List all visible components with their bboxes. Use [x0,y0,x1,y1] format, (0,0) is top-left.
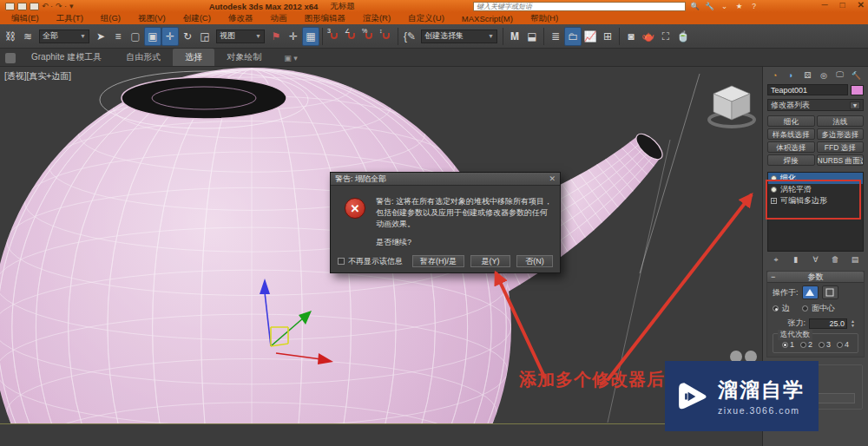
redo-icon[interactable]: ↷ · [56,2,67,10]
window-crossing-icon[interactable]: ▣ [144,27,161,46]
display-tab-icon[interactable]: 🖵 [833,69,846,81]
new-file-icon[interactable] [5,3,15,10]
operate-on-triangle-button[interactable] [802,285,819,299]
help-icon[interactable]: ? [748,2,760,11]
hierarchy-tab-icon[interactable]: ⚄ [801,69,814,81]
material-editor-icon[interactable]: ◙ [622,27,640,46]
binoculars-search-icon[interactable]: 🔍 [689,2,700,11]
select-and-link-icon[interactable]: ⛓ [2,27,19,46]
expand-plus-icon[interactable]: + [771,198,777,204]
modifier-button-weld[interactable]: 焊接 [767,154,815,166]
remove-modifier-icon[interactable]: 🗑 [829,254,841,265]
tab-graphite-modeling[interactable]: Graphite 建模工具 [19,49,114,66]
dont-show-checkbox[interactable] [338,258,345,265]
dialog-title-bar[interactable]: 警告: 塌陷全部 ✕ [331,173,560,186]
parameters-rollout-header[interactable]: − 参数 [767,272,864,283]
iteration-radio-2[interactable]: 2 [800,340,812,349]
minimize-button[interactable]: ─ [821,0,827,10]
motion-tab-icon[interactable]: ◎ [817,69,830,81]
close-button[interactable]: ✕ [858,0,865,10]
modify-tab-icon[interactable]: ◗ [785,69,798,81]
infocenter-search-input[interactable] [473,2,686,11]
pin-stack-icon[interactable]: ⌖ [770,254,782,265]
maximize-button[interactable]: □ [840,0,845,10]
render-setup-icon[interactable]: 🫖 [640,27,657,46]
utilities-tab-icon[interactable]: 🔨 [850,69,863,81]
render-production-icon[interactable]: 🍵 [674,27,692,46]
modifier-button-normal[interactable]: 法线 [817,115,865,127]
no-button[interactable]: 否(N) [516,255,553,267]
graphite-ribbon-toggle-icon[interactable]: 🗀 [564,27,582,46]
menu-views[interactable]: 视图(V) [130,13,174,24]
modifier-button-vol-select[interactable]: 体积选择 [767,141,815,153]
create-tab-icon[interactable]: ◔ [768,69,781,81]
hold-yes-button[interactable]: 暂存(H)/是 [412,255,464,267]
qat-options-icon[interactable]: ▾ [69,2,74,10]
menu-customize[interactable]: 自定义(U) [400,13,452,24]
favorites-star-icon[interactable]: ★ [733,2,745,11]
wrench-icon[interactable]: 🔧 [704,2,715,11]
spinner-snap-icon[interactable]: ↕ [378,27,395,46]
dialog-close-icon[interactable]: ✕ [549,174,556,183]
select-by-name-icon[interactable]: ≡ [109,27,127,46]
stack-item-turbosmooth[interactable]: 涡轮平滑 [768,184,863,195]
modifier-list-dropdown[interactable]: 修改器列表 ▼ [767,99,864,111]
modifier-button-tessellate[interactable]: 细化 [767,115,815,127]
iteration-radio-4[interactable]: 4 [837,340,849,349]
object-color-swatch[interactable] [851,85,864,95]
snap-toggle-3d-icon[interactable]: 3 [326,27,343,46]
iteration-radio-1[interactable]: 1 [782,340,794,349]
operate-on-polygon-button[interactable] [822,285,838,299]
align-icon[interactable]: ⬓ [523,27,541,46]
show-end-result-icon[interactable]: ▮ [790,254,802,265]
radio-face-center[interactable] [802,305,808,312]
modifier-button-spline-select[interactable]: 样条线选择 [767,128,815,140]
tension-spinner[interactable]: ▲▼ [851,319,855,328]
menu-graph-editors[interactable]: 图形编辑器 [296,13,353,24]
menu-create[interactable]: 创建(C) [175,13,219,24]
layer-manager-icon[interactable]: ≣ [547,27,564,46]
use-pivot-center-icon[interactable]: ⚑ [267,27,285,46]
mirror-icon[interactable]: 𝐌 [506,27,523,46]
menu-tools[interactable]: 工具(T) [49,13,91,24]
selection-filter-dropdown[interactable]: 全部▼ [39,30,89,43]
iteration-radio-3[interactable]: 3 [819,340,831,349]
tab-object-paint[interactable]: 对象绘制 [214,49,273,66]
modifier-bulb-icon[interactable] [771,175,777,181]
modifier-button-poly-select[interactable]: 多边形选择 [817,128,865,140]
select-and-move-icon[interactable]: ✛ [161,27,179,46]
menu-modifiers[interactable]: 修改器 [220,13,261,24]
curve-editor-icon[interactable]: 📈 [582,27,599,46]
select-and-scale-icon[interactable]: ◲ [196,27,214,46]
schematic-view-icon[interactable]: ⊞ [599,27,616,46]
keyboard-shortcut-override-icon[interactable]: ▦ [302,27,319,46]
named-selection-set-dropdown[interactable]: 创建选择集▼ [421,30,497,43]
menu-maxscript[interactable]: MAXScript(M) [454,14,521,23]
modifier-button-nurbs-surface-select[interactable]: NURBS 曲面选择 [817,154,865,166]
reference-coordinate-dropdown[interactable]: 视图▼ [216,30,265,43]
unlink-selection-icon[interactable]: ≋ [19,27,36,46]
open-file-icon[interactable] [17,3,27,10]
edit-named-selection-sets-icon[interactable]: {✎ [401,27,418,46]
ribbon-minimize-icon[interactable]: ▣ ▾ [284,54,298,62]
viewport-label[interactable]: [透视][真实+边面] [4,70,71,82]
modifier-bulb-icon[interactable] [771,187,777,193]
undo-icon[interactable]: ↶ · [42,2,53,10]
menu-animation[interactable]: 动画 [262,13,294,24]
modifier-button-ffd-select[interactable]: FFD 选择 [817,141,865,153]
yes-button[interactable]: 是(Y) [470,255,510,267]
radio-edge[interactable] [773,305,779,312]
configure-modifier-sets-icon[interactable]: ▤ [849,254,861,265]
menu-group[interactable]: 组(G) [93,13,128,24]
menu-rendering[interactable]: 渲染(R) [355,13,398,24]
rectangular-selection-region-icon[interactable]: ▢ [127,27,144,46]
stack-item-editable-poly[interactable]: + 可编辑多边形 [768,195,863,207]
angle-snap-icon[interactable]: ∠ [343,27,360,46]
object-name-input[interactable]: Teapot001 [767,84,848,95]
tab-selection[interactable]: 选择 [173,49,214,66]
save-file-icon[interactable] [30,3,39,10]
make-unique-icon[interactable]: ∀ [810,254,822,265]
select-and-manipulate-icon[interactable]: ✛ [285,27,302,46]
menu-help[interactable]: 帮助(H) [523,13,566,24]
stack-item-tessellate[interactable]: 细化 [768,173,863,184]
